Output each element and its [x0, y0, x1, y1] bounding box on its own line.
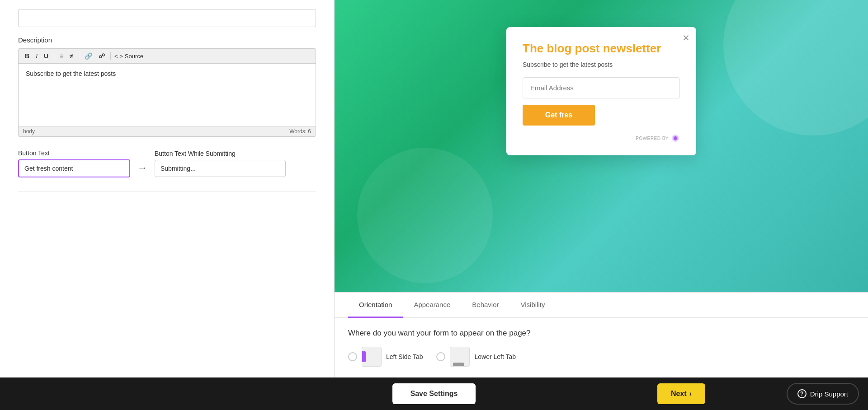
lower-left-tab-label: Lower Left Tab — [474, 353, 516, 360]
drip-support-label: Drip Support — [810, 390, 848, 398]
rich-text-editor: B I U ≡ ≠ 🔗 ☍ < > Source Subscribe to ge… — [18, 48, 316, 137]
toolbar-divider-1 — [54, 52, 54, 60]
button-text-input[interactable] — [18, 159, 130, 177]
tab-orientation[interactable]: Orientation — [348, 293, 403, 318]
modal-card: ✕ The blog post newsletter Subscribe to … — [506, 27, 696, 155]
next-chevron-icon: › — [689, 390, 692, 398]
lower-left-tab-option: Lower Left Tab — [436, 347, 516, 367]
drip-logo-icon — [671, 134, 680, 143]
drip-support-button[interactable]: ? Drip Support — [787, 383, 859, 405]
orientation-options: Left Side Tab Lower Left Tab — [348, 347, 854, 367]
button-text-label: Button Text — [18, 149, 130, 157]
source-button[interactable]: < > Source — [114, 53, 143, 60]
italic-button[interactable]: I — [34, 51, 39, 61]
powered-by: POWERED BY — [523, 134, 680, 143]
button-submitting-group: Button Text While Submitting — [155, 150, 286, 177]
toolbar-divider-3 — [110, 52, 111, 60]
button-text-section: Button Text → Button Text While Submitti… — [18, 149, 316, 177]
modal-title: The blog post newsletter — [523, 42, 680, 56]
preview-area: ✕ The blog post newsletter Subscribe to … — [335, 0, 868, 292]
underline-button[interactable]: U — [42, 51, 50, 61]
unlink-button[interactable]: ☍ — [97, 51, 107, 61]
modal-close-button[interactable]: ✕ — [682, 33, 690, 42]
left-side-tab-preview — [362, 347, 382, 367]
left-side-tab-radio[interactable] — [348, 352, 357, 361]
link-button[interactable]: 🔗 — [83, 51, 94, 61]
tab-content-orientation: Where do you want your form to appear on… — [335, 318, 868, 377]
powered-by-text: POWERED BY — [636, 136, 669, 141]
editor-content-area[interactable]: Subscribe to get the latest posts — [18, 63, 316, 126]
next-label: Next — [671, 390, 687, 398]
description-label: Description — [18, 36, 316, 44]
tab-appearance[interactable]: Appearance — [403, 293, 461, 318]
button-text-row: Button Text → Button Text While Submitti… — [18, 149, 316, 177]
left-side-tab-label: Left Side Tab — [386, 353, 423, 360]
tab-behavior[interactable]: Behavior — [461, 293, 509, 318]
footer-bar: Save Settings Next › ? Drip Support — [0, 377, 868, 410]
left-side-tab-option: Left Side Tab — [348, 347, 423, 367]
tab-visibility[interactable]: Visibility — [509, 293, 556, 318]
lower-left-tab-radio[interactable] — [436, 352, 445, 361]
button-submitting-input[interactable] — [155, 160, 286, 177]
next-button[interactable]: Next › — [657, 383, 705, 404]
source-label: Source — [125, 53, 143, 60]
preview-tab-lower-indicator — [453, 363, 464, 366]
right-panel: ✕ The blog post newsletter Subscribe to … — [335, 0, 868, 377]
lower-left-tab-preview — [450, 347, 470, 367]
save-settings-button[interactable]: Save Settings — [392, 383, 476, 404]
left-panel: Description B I U ≡ ≠ 🔗 ☍ < > Source Sub… — [0, 0, 335, 377]
question-mark-icon: ? — [797, 389, 807, 398]
editor-text: Subscribe to get the latest posts — [26, 70, 116, 77]
editor-footer: body Words: 6 — [18, 126, 316, 137]
source-arrows: < > — [114, 53, 123, 60]
body-tag: body — [23, 128, 35, 135]
bold-button[interactable]: B — [23, 51, 31, 61]
section-divider — [18, 191, 316, 191]
modal-submit-button[interactable]: Get fres — [523, 105, 595, 126]
arrow-icon: → — [137, 162, 147, 174]
modal-email-input[interactable] — [523, 77, 680, 98]
button-submitting-label: Button Text While Submitting — [155, 150, 286, 157]
preview-tab-left-indicator — [362, 351, 366, 362]
orientation-question: Where do you want your form to appear on… — [348, 329, 854, 338]
bullet-list-button[interactable]: ≡ — [58, 51, 65, 61]
word-count: Words: 6 — [289, 128, 311, 135]
tabs-section: Orientation Appearance Behavior Visibili… — [335, 292, 868, 377]
tabs-nav: Orientation Appearance Behavior Visibili… — [335, 293, 868, 318]
button-text-group: Button Text — [18, 149, 130, 177]
top-textarea[interactable] — [18, 9, 316, 27]
toolbar-divider-2 — [79, 52, 79, 60]
modal-description: Subscribe to get the latest posts — [523, 61, 680, 68]
editor-toolbar: B I U ≡ ≠ 🔗 ☍ < > Source — [18, 48, 316, 63]
ordered-list-button[interactable]: ≠ — [68, 51, 75, 61]
